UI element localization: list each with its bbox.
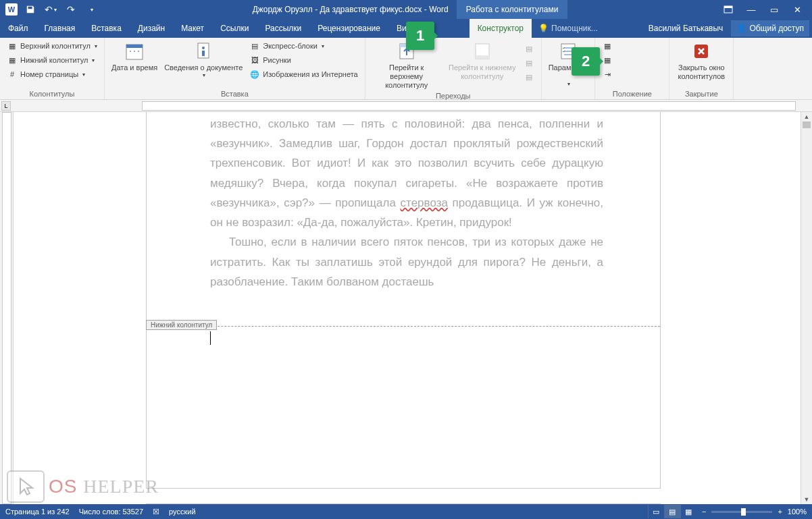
share-button[interactable]: 👤 Общий доступ xyxy=(731,20,809,36)
body-text: известно, сколько там — пять с половиной… xyxy=(147,112,660,297)
svg-rect-1 xyxy=(724,6,732,8)
tab-insert[interactable]: Вставка xyxy=(83,19,130,38)
zoom-slider[interactable] xyxy=(711,511,772,513)
tab-constructor[interactable]: Конструктор xyxy=(470,19,532,38)
page-number-button[interactable]: #Номер страницы▾ xyxy=(4,67,100,81)
link-previous: ▤ xyxy=(521,70,537,84)
page-count[interactable]: Страница 1 из 242 xyxy=(5,508,70,516)
proofing-icon[interactable]: ☒ xyxy=(153,508,159,516)
contextual-tab-label: Работа с колонтитулами xyxy=(457,0,568,19)
web-layout-button[interactable]: ▦ xyxy=(680,505,696,518)
user-name[interactable]: Василий Батькавыч xyxy=(643,24,729,33)
group-label-insert: Вставка xyxy=(109,90,361,99)
maximize-button[interactable]: ▭ xyxy=(767,3,781,16)
page-number-icon: # xyxy=(7,69,18,80)
word-app-icon: W xyxy=(5,3,18,16)
zoom-out-button[interactable]: − xyxy=(702,508,706,516)
vertical-scrollbar[interactable]: ▲ ▼ xyxy=(801,112,812,504)
status-bar: Страница 1 из 242 Число слов: 53527 ☒ ру… xyxy=(0,504,812,519)
goto-footer-icon xyxy=(472,40,493,62)
callout-2: 2 xyxy=(572,47,600,76)
tab-review[interactable]: Рецензирование xyxy=(309,19,388,38)
tab-layout[interactable]: Макет xyxy=(173,19,212,38)
calendar-icon xyxy=(124,40,145,62)
tab-selector[interactable]: L xyxy=(1,101,11,111)
header-icon: ▦ xyxy=(7,40,18,51)
lightbulb-icon: 💡 xyxy=(538,24,549,33)
next-section: ▤ xyxy=(521,56,537,70)
language-status[interactable]: русский xyxy=(169,508,195,516)
footer-icon: ▦ xyxy=(7,55,18,65)
qat-customize[interactable]: ▾ xyxy=(84,2,99,17)
spelling-error: стервоза xyxy=(401,196,448,209)
close-header-footer-button[interactable]: Закрыть окно колонтитулов xyxy=(674,39,729,82)
svg-rect-9 xyxy=(202,51,205,56)
document-workspace: известно, сколько там — пять с половиной… xyxy=(0,112,812,504)
position-top[interactable]: ▦ xyxy=(599,39,615,53)
prev-section: ▤ xyxy=(521,42,537,55)
tab-mailings[interactable]: Рассылки xyxy=(257,19,309,38)
svg-point-4 xyxy=(130,51,131,52)
redo-button[interactable]: ↷ xyxy=(64,2,78,17)
header-button[interactable]: ▦Верхний колонтитул▾ xyxy=(4,39,100,53)
word-count[interactable]: Число слов: 53527 xyxy=(79,508,143,516)
close-icon xyxy=(690,40,712,62)
vertical-ruler[interactable] xyxy=(0,112,14,504)
page-1: известно, сколько там — пять с половиной… xyxy=(146,112,661,489)
online-pictures-icon: 🌐 xyxy=(249,69,260,80)
insert-alignment-tab[interactable]: ⇥ xyxy=(599,67,615,81)
undo-button[interactable]: ↶▾ xyxy=(43,2,58,17)
svg-rect-3 xyxy=(126,45,143,48)
tab-design[interactable]: Дизайн xyxy=(130,19,173,38)
tab-home[interactable]: Главная xyxy=(36,19,84,38)
footer-tag: Нижний колонтитул xyxy=(146,320,217,330)
save-button[interactable] xyxy=(23,2,38,17)
scroll-down-arrow[interactable]: ▼ xyxy=(801,495,812,504)
pictures-icon: 🖼 xyxy=(249,55,260,65)
footer-boundary xyxy=(147,326,660,327)
print-layout-button[interactable]: ▤ xyxy=(664,505,680,518)
tell-me-search[interactable]: 💡 Помощник... xyxy=(532,24,605,33)
read-mode-button[interactable]: ▭ xyxy=(648,505,664,518)
doc-info-icon xyxy=(193,40,214,62)
tab-file[interactable]: Файл xyxy=(0,19,36,38)
svg-rect-13 xyxy=(476,55,489,59)
document-info-button[interactable]: Сведения о документе▾ xyxy=(161,39,245,80)
footer-button[interactable]: ▦Нижний колонтитул▾ xyxy=(4,53,100,67)
tab-references[interactable]: Ссылки xyxy=(212,19,257,38)
text-cursor xyxy=(210,331,211,345)
group-label-headers: Колонтитулы xyxy=(4,90,100,99)
share-icon: 👤 xyxy=(736,24,746,33)
document-area[interactable]: известно, сколько там — пять с половиной… xyxy=(14,112,812,504)
date-time-button[interactable]: Дата и время xyxy=(109,39,160,74)
zoom-level[interactable]: 100% xyxy=(788,508,807,516)
quick-parts-icon: ▤ xyxy=(249,40,260,51)
group-label-position: Положение xyxy=(599,90,665,99)
title-bar: W ↶▾ ↷ ▾ Джордж Оруэлл - Да здравствует … xyxy=(0,0,812,19)
group-label-close: Закрытие xyxy=(674,90,729,99)
minimize-button[interactable]: — xyxy=(744,3,758,16)
scroll-up-arrow[interactable]: ▲ xyxy=(801,112,812,121)
goto-footer-button: Перейти к нижнему колонтитулу xyxy=(445,39,519,82)
ribbon-display-options[interactable] xyxy=(721,3,735,16)
watermark-logo: OS HELPER xyxy=(7,470,159,503)
cursor-icon xyxy=(7,470,45,503)
document-title: Джордж Оруэлл - Да здравствует фикус.doc… xyxy=(253,5,449,14)
callout-1: 1 xyxy=(406,22,434,50)
pictures-button[interactable]: 🖼Рисунки xyxy=(247,53,360,67)
scroll-thumb[interactable] xyxy=(803,121,811,128)
zoom-in-button[interactable]: + xyxy=(778,508,782,516)
horizontal-ruler[interactable]: L xyxy=(0,100,812,112)
online-pictures-button[interactable]: 🌐Изображения из Интернета xyxy=(247,67,360,81)
svg-point-8 xyxy=(202,47,205,49)
quick-parts-button[interactable]: ▤Экспресс-блоки▾ xyxy=(247,39,360,53)
zoom-thumb[interactable] xyxy=(741,508,746,516)
close-window-button[interactable]: ✕ xyxy=(790,3,804,16)
svg-point-6 xyxy=(138,51,139,52)
svg-point-5 xyxy=(134,51,135,52)
